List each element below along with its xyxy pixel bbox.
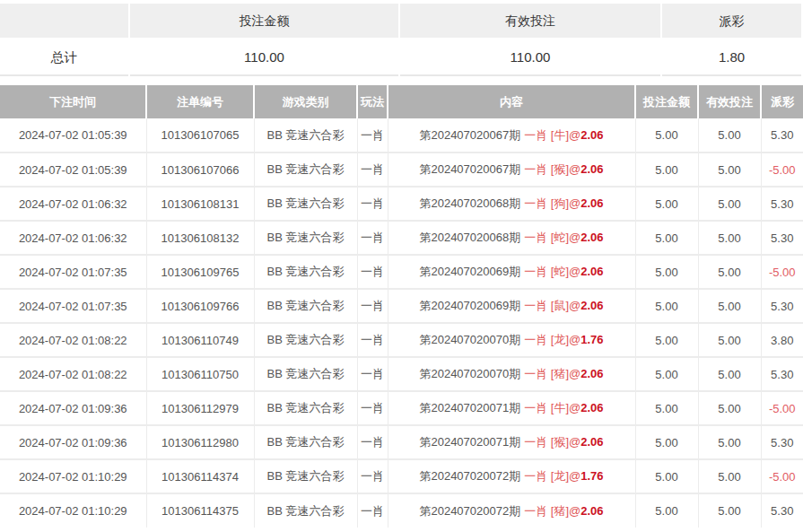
order-id-cell: 101306108132 <box>146 221 254 255</box>
summary-total-valid-bet: 110.00 <box>400 38 660 76</box>
game-category-cell: BB 竞速六合彩 <box>254 118 357 153</box>
play-type-cell: 一肖 <box>357 289 388 323</box>
bet-time-cell: 2024-07-02 01:06:32 <box>0 221 146 255</box>
content-pick: 一肖 [猪]@ <box>524 504 580 518</box>
column-header-order-id: 注单编号 <box>146 85 254 118</box>
valid-bet-cell: 5.00 <box>698 289 761 323</box>
content-cell: 第202407020072期一肖 [猪]@2.06 <box>388 493 635 528</box>
content-pick: 一肖 [牛]@ <box>524 128 580 142</box>
game-category-cell: BB 竞速六合彩 <box>254 221 357 255</box>
table-row: 2024-07-02 01:05:39 101306107066 BB 竞速六合… <box>0 153 803 187</box>
content-odds: 2.06 <box>580 265 603 278</box>
bet-amount-cell: 5.00 <box>635 357 698 391</box>
section-divider <box>0 76 803 85</box>
bet-amount-cell: 5.00 <box>635 493 698 528</box>
summary-total-bet-amount: 110.00 <box>130 38 398 76</box>
order-id-cell: 101306109765 <box>146 255 254 289</box>
valid-bet-cell: 5.00 <box>698 153 761 187</box>
table-row: 2024-07-02 01:09:36 101306112979 BB 竞速六合… <box>0 391 803 425</box>
column-header-valid-bet: 有效投注 <box>698 85 761 118</box>
bet-amount-cell: 5.00 <box>635 118 698 153</box>
order-id-cell: 101306110750 <box>146 357 254 391</box>
content-period: 第202407020070期 <box>419 367 520 380</box>
summary-header-payout: 派彩 <box>662 4 801 38</box>
play-type-cell: 一肖 <box>357 153 388 187</box>
play-type-cell: 一肖 <box>357 357 388 391</box>
table-row: 2024-07-02 01:10:29 101306114374 BB 竞速六合… <box>0 459 803 493</box>
content-period: 第202407020068期 <box>419 196 520 210</box>
order-id-cell: 101306108131 <box>146 187 254 221</box>
records-body: 2024-07-02 01:05:39 101306107065 BB 竞速六合… <box>0 118 803 528</box>
valid-bet-cell: 5.00 <box>698 493 761 528</box>
bet-time-cell: 2024-07-02 01:09:36 <box>0 391 146 425</box>
content-period: 第202407020072期 <box>419 469 520 483</box>
bet-time-cell: 2024-07-02 01:09:36 <box>0 425 146 459</box>
table-row: 2024-07-02 01:06:32 101306108132 BB 竞速六合… <box>0 221 803 255</box>
game-category-cell: BB 竞速六合彩 <box>254 425 357 459</box>
bet-amount-cell: 5.00 <box>635 391 698 425</box>
payout-cell: 5.30 <box>761 221 803 255</box>
content-cell: 第202407020068期一肖 [狗]@2.06 <box>388 187 635 221</box>
valid-bet-cell: 5.00 <box>698 221 761 255</box>
payout-cell: 5.30 <box>761 289 803 323</box>
order-id-cell: 101306114374 <box>146 459 254 493</box>
bet-time-cell: 2024-07-02 01:10:29 <box>0 493 146 528</box>
order-id-cell: 101306110749 <box>146 323 254 357</box>
table-row: 2024-07-02 01:08:22 101306110749 BB 竞速六合… <box>0 323 803 357</box>
content-pick: 一肖 [猴]@ <box>524 162 580 176</box>
order-id-cell: 101306114375 <box>146 493 254 528</box>
bet-amount-cell: 5.00 <box>635 153 698 187</box>
content-odds: 2.06 <box>580 299 603 312</box>
payout-cell: -5.00 <box>761 391 803 425</box>
content-odds: 2.06 <box>580 162 603 176</box>
content-period: 第202407020067期 <box>419 162 520 176</box>
bet-amount-cell: 5.00 <box>635 459 698 493</box>
valid-bet-cell: 5.00 <box>698 187 761 221</box>
column-header-bet-time: 下注时间 <box>0 85 146 118</box>
table-row: 2024-07-02 01:05:39 101306107065 BB 竞速六合… <box>0 118 803 153</box>
game-category-cell: BB 竞速六合彩 <box>254 289 357 323</box>
payout-cell: 3.80 <box>761 323 803 357</box>
play-type-cell: 一肖 <box>357 118 388 153</box>
content-cell: 第202407020068期一肖 [蛇]@2.06 <box>388 221 635 255</box>
content-odds: 1.76 <box>580 469 603 483</box>
order-id-cell: 101306107066 <box>146 153 254 187</box>
content-period: 第202407020072期 <box>419 504 520 518</box>
play-type-cell: 一肖 <box>357 255 388 289</box>
content-odds: 2.06 <box>580 367 603 380</box>
column-header-bet-amount: 投注金额 <box>635 85 698 118</box>
content-odds: 2.06 <box>580 231 603 244</box>
valid-bet-cell: 5.00 <box>698 323 761 357</box>
play-type-cell: 一肖 <box>357 221 388 255</box>
content-cell: 第202407020072期一肖 [龙]@1.76 <box>388 459 635 493</box>
order-id-cell: 101306109766 <box>146 289 254 323</box>
content-period: 第202407020067期 <box>419 128 520 142</box>
summary-total-label: 总计 <box>0 38 128 76</box>
payout-cell: 5.30 <box>761 493 803 528</box>
summary-header-valid-bet: 有效投注 <box>400 4 660 38</box>
bet-records-page: 投注金额 有效投注 派彩 总计 110.00 110.00 1.80 下注时间 … <box>0 0 803 528</box>
table-header-row: 下注时间 注单编号 游戏类别 玩法 内容 投注金额 有效投注 派彩 <box>0 85 803 118</box>
payout-cell: 5.30 <box>761 357 803 391</box>
bet-time-cell: 2024-07-02 01:10:29 <box>0 459 146 493</box>
game-category-cell: BB 竞速六合彩 <box>254 323 357 357</box>
bet-records-table: 下注时间 注单编号 游戏类别 玩法 内容 投注金额 有效投注 派彩 2024-0… <box>0 85 803 528</box>
content-odds: 2.06 <box>580 504 603 518</box>
bet-amount-cell: 5.00 <box>635 425 698 459</box>
content-pick: 一肖 [蛇]@ <box>524 265 580 278</box>
game-category-cell: BB 竞速六合彩 <box>254 459 357 493</box>
content-pick: 一肖 [猴]@ <box>524 435 580 449</box>
content-cell: 第202407020069期一肖 [蛇]@2.06 <box>388 255 635 289</box>
content-pick: 一肖 [狗]@ <box>524 196 580 210</box>
payout-cell: 5.30 <box>761 187 803 221</box>
content-pick: 一肖 [龙]@ <box>524 469 580 483</box>
order-id-cell: 101306112979 <box>146 391 254 425</box>
content-pick: 一肖 [牛]@ <box>524 401 580 414</box>
valid-bet-cell: 5.00 <box>698 255 761 289</box>
content-period: 第202407020069期 <box>419 299 520 312</box>
play-type-cell: 一肖 <box>357 323 388 357</box>
table-row: 2024-07-02 01:07:35 101306109766 BB 竞速六合… <box>0 289 803 323</box>
content-pick: 一肖 [猪]@ <box>524 367 580 380</box>
valid-bet-cell: 5.00 <box>698 357 761 391</box>
play-type-cell: 一肖 <box>357 391 388 425</box>
